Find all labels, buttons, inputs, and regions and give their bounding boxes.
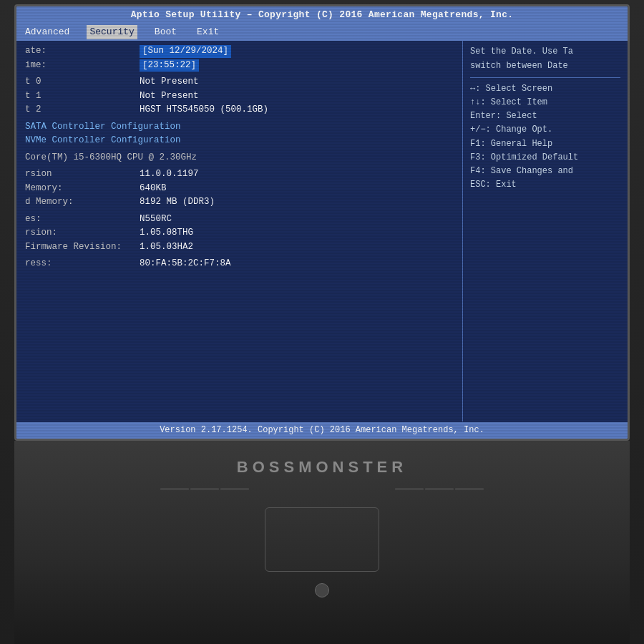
menu-item-security[interactable]: Security	[87, 25, 137, 39]
time-row: ime: [23:55:22]	[25, 59, 454, 72]
vent-line	[160, 488, 189, 490]
left-panel: ate: [Sun 12/29/2024] ime: [23:55:22] t …	[16, 41, 463, 421]
time-value[interactable]: [23:55:22]	[140, 59, 199, 72]
fw-revision-value: 1.05.03HA2	[140, 241, 193, 254]
total-mem-row: d Memory: 8192 MB (DDR3)	[25, 196, 454, 209]
vent-line	[395, 488, 424, 490]
key-f3: F3: Optimized Default	[470, 151, 620, 165]
bottom-bar: Version 2.17.1254. Copyright (C) 2016 Am…	[16, 422, 628, 439]
version-row: rsion 11.0.0.1197	[25, 168, 454, 181]
mem-row: Memory: 640KB	[25, 182, 454, 195]
menu-bar[interactable]: Advanced Security Boot Exit	[16, 24, 628, 41]
laptop-brand: BOSSMONSTER	[237, 458, 407, 477]
storage-0-row: t 0 Not Present	[25, 76, 454, 89]
vent-group-left	[160, 488, 249, 490]
version-label: rsion	[25, 168, 140, 181]
cpu-label: Core(TM) i5-6300HQ CPU @ 2.30GHz	[25, 152, 197, 165]
title-bar: Aptio Setup Utility – Copyright (C) 2016…	[16, 6, 628, 24]
cpu-row: Core(TM) i5-6300HQ CPU @ 2.30GHz	[25, 152, 454, 165]
power-button[interactable]	[315, 583, 329, 597]
bios-screen: Aptio Setup Utility – Copyright (C) 2016…	[16, 6, 628, 439]
laptop-bottom: BOSSMONSTER	[14, 441, 630, 644]
bios-version-value: 1.05.08THG	[140, 227, 193, 240]
storage-0-label: t 0	[25, 76, 140, 89]
vent-line	[220, 488, 249, 490]
date-row: ate: [Sun 12/29/2024]	[25, 45, 454, 58]
bios-version-label: rsion:	[25, 227, 140, 240]
storage-1-value: Not Present	[140, 90, 199, 103]
mac-value: 80:FA:5B:2C:F7:8A	[140, 258, 231, 270]
menu-item-exit[interactable]: Exit	[194, 25, 222, 39]
storage-1-label: t 1	[25, 90, 140, 103]
vent-group-right	[395, 488, 484, 490]
help-separator	[470, 77, 620, 78]
vent-line	[455, 488, 484, 490]
date-label: ate:	[25, 45, 140, 58]
model-label: es:	[25, 213, 140, 226]
fw-revision-label: Firmware Revision:	[25, 241, 140, 254]
mac-row: ress: 80:FA:5B:2C:F7:8A	[25, 258, 454, 270]
fw-revision-row: Firmware Revision: 1.05.03HA2	[25, 241, 454, 254]
laptop-vents	[160, 488, 484, 490]
date-value[interactable]: [Sun 12/29/2024]	[140, 45, 231, 58]
storage-0-value: Not Present	[140, 76, 199, 89]
mac-label: ress:	[25, 258, 140, 270]
key-enter: Enter: Select	[470, 109, 620, 123]
total-mem-label: d Memory:	[25, 196, 140, 209]
key-select-screen: ↔: Select Screen	[470, 82, 620, 96]
time-label: ime:	[25, 59, 140, 72]
storage-2-label: t 2	[25, 104, 140, 117]
menu-item-advanced[interactable]: Advanced	[22, 25, 72, 39]
right-panel: Set the Date. Use Ta switch between Date…	[463, 41, 628, 421]
key-f1: F1: General Help	[470, 137, 620, 151]
vent-line	[425, 488, 454, 490]
laptop-outer: Aptio Setup Utility – Copyright (C) 2016…	[0, 0, 644, 644]
storage-2-value: HGST HTS545050 (500.1GB)	[140, 104, 268, 117]
sata-controller-link[interactable]: SATA Controller Configuration	[25, 121, 454, 134]
key-select-item: ↑↓: Select Item	[470, 96, 620, 109]
mem-label: Memory:	[25, 182, 140, 195]
screen-container: Aptio Setup Utility – Copyright (C) 2016…	[14, 4, 630, 441]
total-mem-value: 8192 MB (DDR3)	[140, 196, 215, 209]
main-content: ate: [Sun 12/29/2024] ime: [23:55:22] t …	[16, 41, 628, 421]
bottom-bar-text: Version 2.17.1254. Copyright (C) 2016 Am…	[160, 425, 484, 435]
nvme-controller-link[interactable]: NVMe Controller Configuration	[25, 135, 454, 147]
storage-1-row: t 1 Not Present	[25, 90, 454, 103]
vent-line	[190, 488, 219, 490]
mem-value: 640KB	[140, 182, 167, 195]
title-text: Aptio Setup Utility – Copyright (C) 2016…	[131, 9, 514, 20]
help-text-1: Set the Date. Use Ta	[470, 45, 620, 59]
key-f4: F4: Save Changes and	[470, 165, 620, 178]
version-value: 11.0.0.1197	[140, 168, 199, 181]
bios-version-row: rsion: 1.05.08THG	[25, 227, 454, 240]
key-esc: ESC: Exit	[470, 178, 620, 192]
model-value: N550RC	[140, 213, 172, 226]
menu-item-boot[interactable]: Boot	[152, 25, 180, 39]
key-change-opt: +/−: Change Opt.	[470, 123, 620, 137]
storage-2-row: t 2 HGST HTS545050 (500.1GB)	[25, 104, 454, 117]
touchpad[interactable]	[265, 507, 379, 572]
help-text-2: switch between Date	[470, 59, 620, 73]
model-row: es: N550RC	[25, 213, 454, 226]
